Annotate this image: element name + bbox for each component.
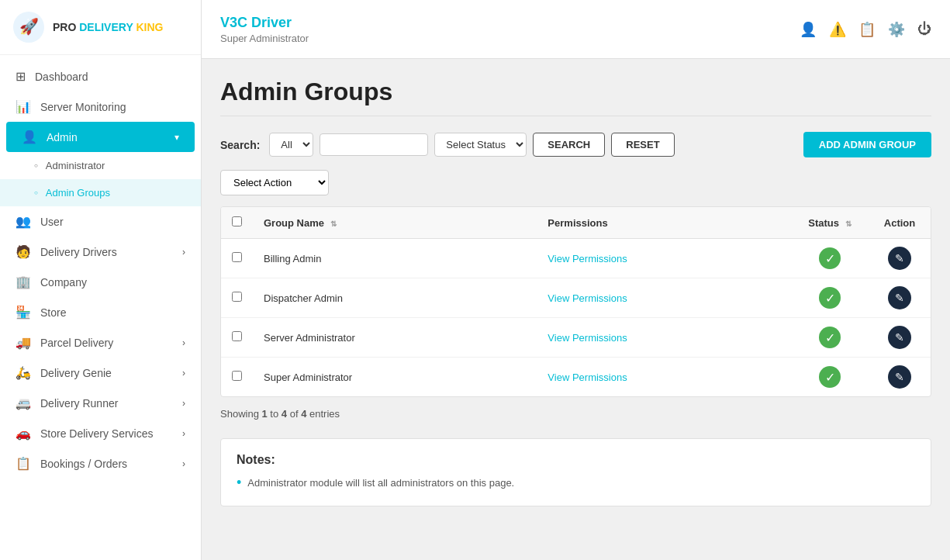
sort-icon[interactable]: ⇅ (330, 220, 337, 228)
reset-button[interactable]: RESET (611, 133, 674, 157)
gear-icon[interactable]: ⚙️ (888, 21, 905, 38)
to-text: to (270, 408, 281, 420)
view-permissions-link[interactable]: View Permissions (548, 332, 627, 344)
row-checkbox-cell (221, 318, 253, 358)
circle-icon: ○ (34, 189, 38, 196)
notes-list: Administrator module will list all admin… (237, 475, 915, 492)
sidebar-item-server-monitoring[interactable]: 📊 Server Monitoring (0, 92, 201, 122)
logo-icon: 🚀 (12, 11, 45, 43)
sidebar-item-label: Delivery Runner (40, 397, 182, 410)
status-select[interactable]: Select Status Active Inactive (434, 133, 527, 157)
entries-text: entries (309, 408, 340, 420)
sidebar-item-label: Parcel Delivery (40, 337, 182, 349)
sidebar-item-company[interactable]: 🏢 Company (0, 267, 201, 297)
edit-button[interactable]: ✎ (888, 326, 911, 349)
permissions-cell: View Permissions (537, 278, 791, 318)
bookings-icon: 📋 (16, 456, 31, 471)
status-label: Status (808, 217, 839, 229)
admin-icon: 👤 (22, 130, 37, 144)
logo: 🚀 PRO DELIVERY KING (0, 0, 201, 55)
header-title: V3C Driver (220, 15, 309, 31)
sidebar-item-label: Company (40, 276, 185, 289)
select-all-checkbox[interactable] (232, 216, 242, 226)
row-checkbox[interactable] (232, 252, 242, 262)
bulk-action-select[interactable]: Select Action Delete Activate Deactivate (220, 170, 329, 195)
row-checkbox[interactable] (232, 371, 242, 381)
th-status[interactable]: Status ⇅ (791, 207, 869, 239)
sidebar-item-user[interactable]: 👥 User (0, 206, 201, 237)
sidebar-item-label: Store Delivery Services (40, 427, 182, 440)
search-input[interactable] (320, 133, 428, 156)
status-cell: ✓ (791, 358, 869, 397)
view-permissions-link[interactable]: View Permissions (548, 292, 627, 304)
sidebar-item-bookings-orders[interactable]: 📋 Bookings / Orders › (0, 448, 201, 479)
view-permissions-link[interactable]: View Permissions (548, 253, 627, 264)
permissions-cell: View Permissions (537, 358, 791, 397)
store-icon: 🏪 (16, 305, 31, 320)
alert-icon[interactable]: ⚠️ (829, 21, 846, 38)
header-icons: 👤 ⚠️ 📋 ⚙️ ⏻ (800, 21, 931, 38)
permissions-cell: View Permissions (537, 318, 791, 358)
th-action: Action (869, 207, 931, 239)
sidebar-item-label: Delivery Genie (40, 367, 182, 379)
status-active-indicator: ✓ (818, 247, 841, 270)
status-cell: ✓ (791, 239, 869, 278)
search-label: Search: (220, 139, 260, 151)
showing-text: Showing (220, 408, 259, 420)
sidebar-item-label: User (40, 216, 185, 228)
view-permissions-link[interactable]: View Permissions (548, 372, 627, 383)
action-label: Action (884, 217, 915, 229)
sort-icon[interactable]: ⇅ (845, 220, 852, 228)
page-title: Admin Groups (220, 78, 931, 106)
permissions-label: Permissions (548, 217, 607, 229)
sidebar-item-store[interactable]: 🏪 Store (0, 297, 201, 327)
sidebar-item-delivery-drivers[interactable]: 🧑 Delivery Drivers › (0, 237, 201, 267)
edit-button[interactable]: ✎ (888, 365, 911, 389)
sidebar-item-label: Admin Groups (46, 187, 185, 199)
sidebar-item-dashboard[interactable]: ⊞ Dashboard (0, 61, 201, 92)
row-checkbox-cell (221, 278, 253, 318)
svg-text:🚀: 🚀 (19, 17, 39, 36)
add-admin-group-button[interactable]: ADD ADMIN GROUP (803, 132, 931, 157)
row-checkbox[interactable] (232, 292, 242, 302)
row-checkbox-cell (221, 358, 253, 397)
edit-button[interactable]: ✎ (888, 286, 911, 309)
sidebar-nav: ⊞ Dashboard 📊 Server Monitoring 👤 Admin … (0, 55, 201, 485)
action-cell: ✎ (869, 318, 931, 358)
delivery-driver-icon: 🧑 (16, 244, 31, 259)
th-group-name[interactable]: Group Name ⇅ (253, 207, 537, 239)
row-checkbox[interactable] (232, 331, 242, 341)
sidebar-item-parcel-delivery[interactable]: 🚚 Parcel Delivery › (0, 327, 201, 358)
header: V3C Driver Super Administrator 👤 ⚠️ 📋 ⚙️… (202, 0, 950, 59)
main-content: V3C Driver Super Administrator 👤 ⚠️ 📋 ⚙️… (202, 0, 950, 560)
group-name-cell: Dispatcher Admin (253, 278, 537, 318)
note-item: Administrator module will list all admin… (237, 475, 915, 492)
status-cell: ✓ (791, 278, 869, 318)
user-icon: 👥 (16, 214, 31, 229)
chevron-right-icon: › (182, 337, 185, 348)
sidebar-item-administrator[interactable]: ○ Administrator (0, 152, 201, 179)
action-select-wrap: Select Action Delete Activate Deactivate (220, 170, 931, 195)
pagination-info: Showing 1 to 4 of 4 entries (220, 408, 931, 420)
clipboard-icon[interactable]: 📋 (858, 21, 876, 38)
sidebar-item-admin[interactable]: 👤 Admin ▾ (6, 122, 195, 152)
group-name-cell: Super Administrator (253, 358, 537, 397)
header-title-block: V3C Driver Super Administrator (220, 15, 309, 44)
chevron-right-icon: › (182, 247, 185, 258)
search-filter-select[interactable]: All (269, 133, 313, 157)
sidebar-item-delivery-genie[interactable]: 🛵 Delivery Genie › (0, 358, 201, 388)
group-name-label: Group Name (264, 217, 324, 229)
store-delivery-icon: 🚗 (16, 426, 31, 441)
sidebar-item-store-delivery-services[interactable]: 🚗 Store Delivery Services › (0, 418, 201, 448)
user-profile-icon[interactable]: 👤 (800, 21, 817, 38)
sidebar-item-delivery-runner[interactable]: 🚐 Delivery Runner › (0, 388, 201, 418)
edit-button[interactable]: ✎ (888, 247, 911, 270)
search-bar: Search: All Select Status Active Inactiv… (220, 132, 931, 157)
sidebar-item-label: Bookings / Orders (40, 458, 182, 470)
sidebar-item-admin-groups[interactable]: ○ Admin Groups (0, 179, 201, 206)
action-cell: ✎ (869, 239, 931, 278)
search-button[interactable]: SEARCH (533, 133, 605, 157)
power-icon[interactable]: ⏻ (917, 21, 931, 37)
check-circle-icon: ✓ (819, 366, 841, 388)
of-text: of (290, 408, 299, 420)
